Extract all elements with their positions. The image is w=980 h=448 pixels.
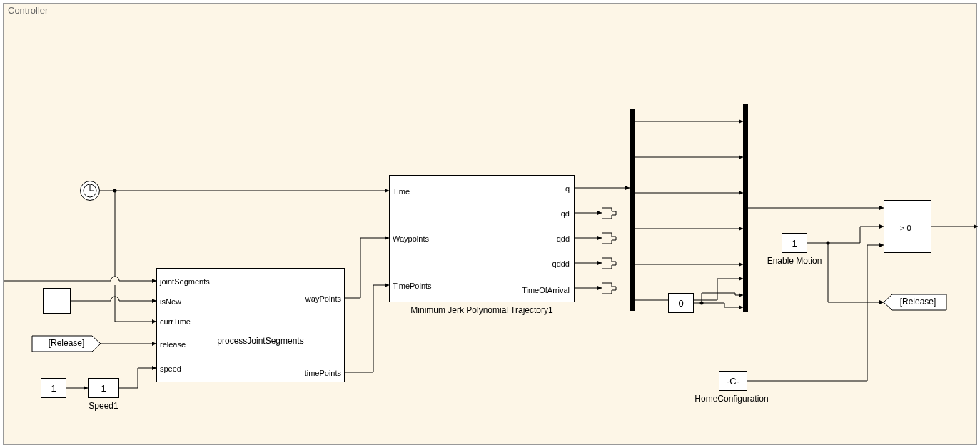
svg-point-37 — [700, 302, 704, 305]
port-currTime: currTime — [160, 317, 191, 326]
port-timePoints: timePoints — [305, 369, 341, 377]
port-qd: qd — [561, 209, 570, 218]
from-release-tag-label: [Release] — [36, 338, 96, 348]
port-TimePoints: TimePoints — [393, 282, 432, 290]
const-0[interactable]: 0 — [668, 293, 694, 313]
svg-point-3 — [113, 189, 117, 193]
port-jointSegments: jointSegments — [160, 277, 210, 286]
process-fn-name: processJointSegments — [200, 336, 321, 346]
const-1[interactable]: 1 — [41, 378, 66, 398]
port-qdd: qdd — [557, 234, 570, 243]
port-speed: speed — [160, 364, 181, 373]
enable-motion-const[interactable]: 1 — [782, 233, 807, 253]
port-qddd: qddd — [552, 259, 570, 268]
port-q: q — [565, 184, 570, 193]
svg-point-58 — [84, 184, 96, 197]
step-block[interactable] — [43, 288, 71, 314]
home-config-const[interactable]: -C- — [719, 371, 747, 391]
gain-speed1-label: Speed1 — [82, 401, 125, 411]
subsystem-title: Controller — [8, 5, 48, 16]
svg-rect-22 — [743, 104, 748, 312]
port-TimeOfArrival: TimeOfArrival — [522, 286, 570, 294]
process-joint-segments-block[interactable]: jointSegments isNew currTime release spe… — [156, 268, 345, 382]
port-Waypoints: Waypoints — [393, 234, 429, 243]
min-jerk-trajectory-block[interactable]: Time Waypoints TimePoints q qd qdd qddd … — [389, 175, 575, 302]
port-release: release — [160, 340, 186, 349]
gain-speed1[interactable]: 1 — [88, 378, 119, 398]
svg-point-57 — [81, 181, 100, 201]
port-Time: Time — [393, 187, 410, 196]
port-wayPoints: wayPoints — [305, 294, 341, 303]
home-config-label: HomeConfiguration — [682, 394, 782, 404]
goto-release-tag-label: [Release] — [891, 297, 944, 307]
enable-motion-label: Enable Motion — [757, 256, 832, 266]
controller-subsystem: Controller — [3, 3, 977, 445]
svg-point-47 — [827, 242, 830, 245]
traj-block-label: Minimum Jerk Polynomial Trajectory1 — [389, 305, 575, 315]
switch-threshold: > 0 — [900, 224, 911, 232]
svg-rect-21 — [630, 109, 635, 311]
switch-block[interactable]: > 0 — [884, 200, 931, 253]
port-isNew: isNew — [160, 297, 181, 306]
